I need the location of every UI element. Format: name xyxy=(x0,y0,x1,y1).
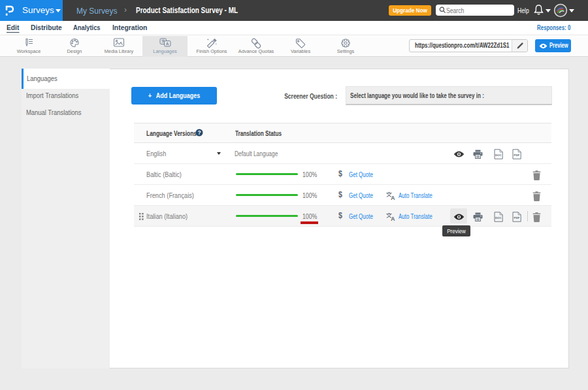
svg-text:PDF: PDF xyxy=(514,216,520,219)
svg-text:PDF: PDF xyxy=(514,154,520,157)
svg-text:?: ? xyxy=(198,129,201,136)
svg-text:A: A xyxy=(391,195,395,201)
svg-text:A: A xyxy=(391,216,395,221)
svg-text:DOC: DOC xyxy=(495,154,502,157)
svg-text:DOC: DOC xyxy=(495,216,502,219)
